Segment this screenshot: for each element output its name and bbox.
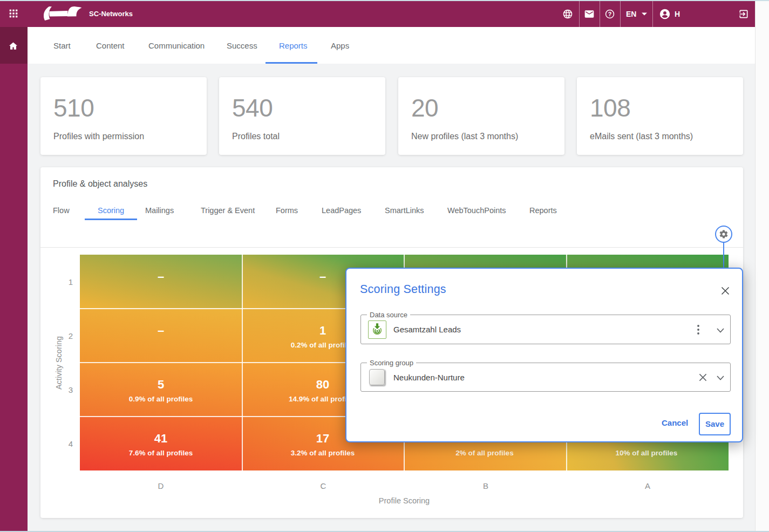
svg-text:?: ? bbox=[608, 11, 612, 17]
